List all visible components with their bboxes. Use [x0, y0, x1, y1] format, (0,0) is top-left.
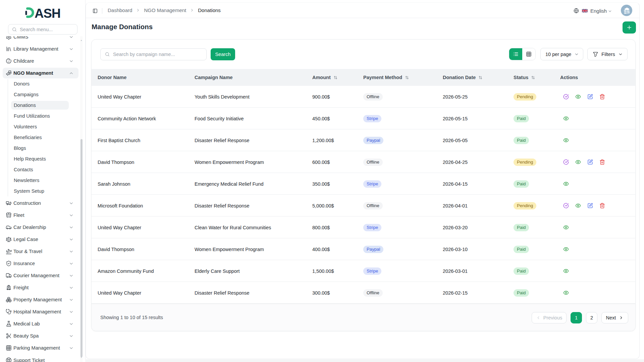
svg-text:ASH: ASH: [35, 6, 60, 20]
